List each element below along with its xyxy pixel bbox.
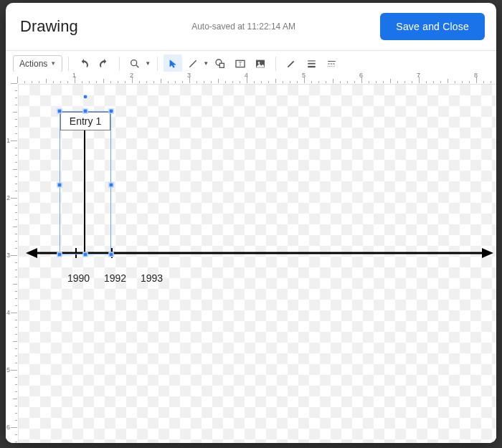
- svg-marker-2: [170, 59, 176, 67]
- cursor-arrow-icon: [168, 59, 178, 69]
- pen-icon: [286, 58, 297, 69]
- year-label-1990[interactable]: 1990: [67, 272, 90, 284]
- select-tool[interactable]: [164, 54, 182, 73]
- autosave-status: Auto-saved at 11:22:14 AM: [78, 22, 381, 32]
- undo-button[interactable]: [75, 54, 93, 73]
- zoom-button[interactable]: [126, 54, 144, 73]
- line-caret-icon[interactable]: ▼: [202, 60, 209, 67]
- line-dash-tool[interactable]: [322, 54, 341, 73]
- resize-handle-ne[interactable]: [109, 109, 114, 114]
- actions-menu[interactable]: Actions ▼: [13, 55, 62, 72]
- svg-rect-11: [308, 62, 316, 64]
- caret-down-icon: ▼: [50, 60, 56, 67]
- canvas-area: 12345678 123456 Entry 1: [6, 72, 496, 443]
- arrowhead-right-icon: [482, 248, 493, 258]
- pen-tool[interactable]: [282, 54, 300, 73]
- selection-box[interactable]: [60, 111, 111, 254]
- svg-rect-12: [308, 65, 316, 67]
- redo-button[interactable]: [95, 54, 113, 73]
- svg-line-3: [190, 60, 196, 67]
- zoom-icon: [129, 58, 141, 70]
- undo-icon: [78, 58, 90, 70]
- svg-point-0: [131, 59, 137, 65]
- arrowhead-left-icon: [26, 248, 37, 258]
- svg-text:T: T: [239, 60, 242, 67]
- drawing-canvas[interactable]: Entry 1 1990 1992 1993: [18, 84, 496, 443]
- textbox-icon: T: [235, 58, 246, 70]
- image-tool[interactable]: [251, 54, 270, 73]
- separator: [275, 57, 276, 71]
- rotate-handle[interactable]: [83, 95, 88, 100]
- shape-tool[interactable]: [211, 54, 229, 73]
- resize-handle-s[interactable]: [83, 252, 88, 257]
- separator: [119, 57, 120, 71]
- resize-handle-e[interactable]: [109, 183, 114, 188]
- ruler-vertical[interactable]: 123456: [6, 83, 17, 443]
- modal-title: Drawing: [20, 17, 78, 36]
- line-weight-icon: [306, 59, 318, 69]
- svg-rect-5: [220, 63, 224, 67]
- textbox-tool[interactable]: T: [231, 54, 250, 73]
- shape-icon: [214, 58, 227, 70]
- resize-handle-se[interactable]: [109, 252, 114, 257]
- ruler-corner: [6, 72, 17, 83]
- svg-point-9: [258, 62, 260, 64]
- zoom-caret-icon[interactable]: ▼: [144, 60, 151, 67]
- year-label-1993[interactable]: 1993: [141, 272, 163, 284]
- save-and-close-button[interactable]: Save and Close: [380, 13, 485, 40]
- resize-handle-n[interactable]: [83, 109, 88, 114]
- ruler-horizontal[interactable]: 12345678: [17, 72, 496, 83]
- resize-handle-nw[interactable]: [57, 109, 62, 114]
- drawing-modal: Drawing Auto-saved at 11:22:14 AM Save a…: [6, 3, 496, 443]
- resize-handle-w[interactable]: [57, 183, 62, 188]
- separator: [68, 57, 69, 71]
- line-dash-icon: [326, 59, 338, 69]
- resize-handle-sw[interactable]: [57, 252, 62, 257]
- line-icon: [187, 58, 199, 70]
- line-weight-tool[interactable]: [302, 54, 321, 73]
- svg-line-1: [136, 65, 138, 67]
- header: Drawing Auto-saved at 11:22:14 AM Save a…: [6, 3, 496, 51]
- svg-rect-10: [308, 60, 316, 61]
- separator: [157, 57, 158, 71]
- redo-icon: [98, 58, 110, 70]
- actions-label: Actions: [19, 59, 47, 69]
- year-label-1992[interactable]: 1992: [104, 272, 126, 284]
- image-icon: [255, 58, 266, 70]
- line-tool[interactable]: [184, 54, 202, 73]
